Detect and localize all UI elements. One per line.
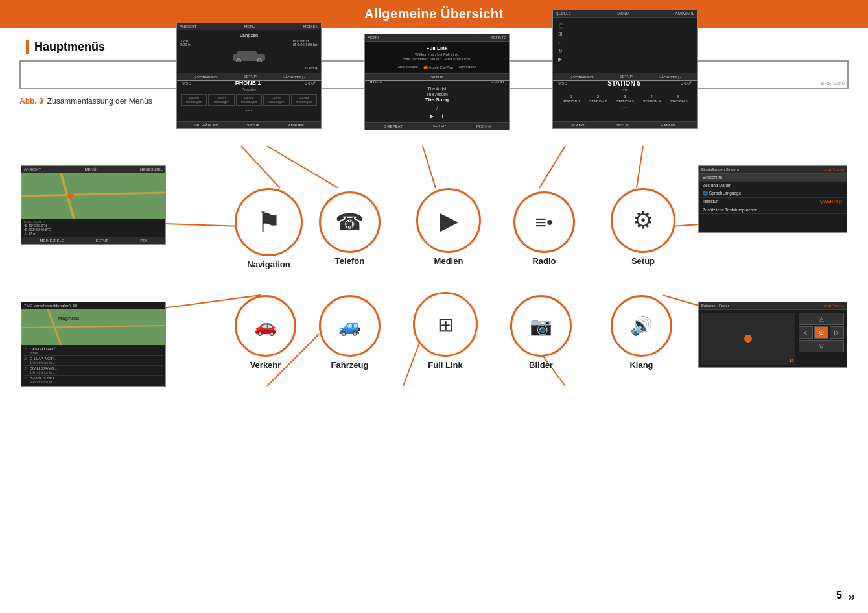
setup-row-keyboard[interactable]: Tastatur: QWERTY ▷: [699, 198, 847, 206]
phone-temp: 24.0°: [305, 81, 316, 86]
phone-btn-calls[interactable]: ANRUFE: [288, 123, 304, 127]
circle-fahrzeug[interactable]: 🚙 Fahrzeug: [319, 295, 381, 370]
header-title: Allgemeine Übersicht: [364, 6, 504, 21]
radio-label: Radio: [532, 256, 556, 266]
balance-content: D △ ◁ ⊙ ▷ ▽: [699, 310, 847, 367]
radio-btn-manual[interactable]: MANUELL: [660, 123, 678, 127]
circle-bilder[interactable]: 📷 Bilder: [510, 295, 572, 370]
nav-screen: ANSICHT MENÜ NEUES ZIEL POSITION: [21, 165, 163, 245]
balance-back[interactable]: ZURÜCK ⇐: [823, 304, 844, 308]
vehicle-btn-next[interactable]: NÄCHSTE ▷: [283, 75, 305, 79]
m2-btn-prev[interactable]: ◁ VORHERIG: [569, 75, 594, 79]
circle-verkehr[interactable]: 🚗 Verkehr: [235, 295, 296, 370]
media-note-icon: ♪: [368, 102, 506, 114]
vehicle-0km: 0 km ⊞: [180, 66, 318, 70]
vehicle-body: Langzeit 0 km 0:00 h Ø 0 km/h Ø 0.0 l/10…: [177, 30, 321, 73]
radio-btn-klang[interactable]: KLANG: [571, 123, 584, 127]
setup-label: Setup: [631, 256, 655, 266]
circle-navigation[interactable]: ⚑ Navigation: [235, 188, 303, 269]
m2-btn-setup[interactable]: SETUP: [620, 75, 633, 79]
media-btn-mix[interactable]: MIX ≻⊲: [476, 124, 491, 128]
phone-time: 9:50: [182, 81, 191, 86]
media-song: The Song: [368, 97, 506, 102]
m2-top-select: AUSWAHL: [675, 12, 694, 16]
svg-point-15: [67, 193, 74, 199]
media-artist: The Artist: [368, 85, 506, 92]
svg-point-24: [237, 60, 240, 62]
fulllink-icon: ⊞: [438, 313, 454, 336]
balance-arrows: △ ◁ ⊙ ▷ ▽: [799, 313, 844, 365]
radio-btn-setup[interactable]: SETUP: [616, 123, 629, 127]
medien-label: Medien: [434, 256, 463, 266]
nav-btn-poi[interactable]: POI: [140, 239, 147, 243]
setup-screen: Einstellungen System ZURÜCK ⇐ Bildschirm…: [698, 165, 847, 233]
vehicle-subtitle: Langzeit: [180, 33, 318, 39]
nav-top-dest: NEUES ZIEL: [140, 167, 163, 171]
phone-btn-dial[interactable]: NR. WÄHLEN: [194, 123, 218, 127]
svg-line-1: [267, 146, 338, 188]
arrow-right[interactable]: ▷: [830, 326, 844, 339]
setup-row-extra-lang[interactable]: Zusätzliche Tastatursprachen: [699, 206, 847, 214]
circle-radio[interactable]: ≡• Radio: [513, 191, 575, 266]
setup-back[interactable]: ZURÜCK ⇐: [823, 167, 844, 172]
svg-line-3: [539, 146, 565, 188]
klang-label: Klang: [629, 360, 653, 370]
nav-label: Navigation: [247, 259, 290, 269]
next-page-chevron[interactable]: »: [848, 589, 855, 604]
nav-btn-setup[interactable]: SETUP: [95, 239, 108, 243]
arrow-down[interactable]: ▽: [799, 340, 844, 352]
vehicle-btn-prev[interactable]: ◁ VORHERIG: [193, 75, 218, 79]
traffic-title: TMC Verkehrsmeldung(en): 10: [21, 302, 165, 309]
balance-d-label: D: [790, 357, 793, 363]
circle-telefon[interactable]: ☎ Telefon: [319, 191, 381, 266]
circle-klang[interactable]: 🔊 Klang: [611, 295, 672, 370]
traffic-list: ⚠CASTELLGALÍotras ⚠E-15/AP-7/GIR...1 km …: [21, 345, 165, 386]
fl-instruction: Bitte verbinden Sie ein Gerät über USB.: [369, 57, 505, 65]
nav-top-menu: MENÜ: [85, 167, 97, 171]
svg-text:Magrusa: Magrusa: [58, 315, 79, 321]
phone-favorites: Favorit hinzufügen Favorit hinzufügen Fa…: [180, 91, 318, 108]
setup-row-datetime[interactable]: Zeit und Datum: [699, 182, 847, 189]
phone-btn-setup[interactable]: SETUP: [246, 123, 259, 127]
circle-medien[interactable]: ▶ Medien: [416, 188, 481, 266]
fahr-icon: 🚙: [338, 315, 361, 337]
vehicle-time: 0:00 h: [180, 43, 191, 47]
svg-rect-21: [237, 51, 257, 56]
fl-mirror: MirrorLink: [459, 65, 476, 69]
setup-title: Einstellungen System: [701, 167, 739, 172]
traffic-screen: TMC Verkehrsmeldung(en): 10 Magrusa ⚠CAS…: [21, 302, 163, 387]
nav-btn-meineziele[interactable]: MEINE ZIELE: [40, 239, 64, 243]
m2-top-menu: MENÜ: [617, 12, 629, 16]
svg-line-0: [241, 146, 280, 188]
vehicle-stats: 0 km 0:00 h Ø 0 km/h Ø 0.0 l/100 km: [180, 39, 318, 47]
setup-row-display[interactable]: Bildschirm: [699, 174, 847, 182]
main-content-box: SMS MENÜ KONTAKTE 9:50 PHONE 1 24.0° Pro…: [19, 60, 849, 89]
m2-top-source: QUELLE: [556, 12, 571, 16]
radio-time: 9:50: [558, 81, 567, 86]
circle-setup[interactable]: ⚙ Setup: [611, 188, 675, 266]
balance-screen: Balance - Fader ZURÜCK ⇐ D △ ◁ ⊙ ▷: [698, 302, 847, 368]
arrow-center[interactable]: ⊙: [814, 326, 828, 339]
vehicle-btn-setup[interactable]: SETUP: [244, 75, 257, 79]
fl-carplay: 🍎 Apple CarPlay: [423, 65, 454, 69]
arrow-left[interactable]: ◁: [799, 326, 813, 339]
m2-btn-next[interactable]: NÄCHSTE ▷: [659, 75, 681, 79]
svg-line-2: [423, 146, 436, 188]
media-controls: ▶⏸: [368, 114, 506, 119]
verk-label: Verkehr: [250, 360, 281, 370]
setup-row-language[interactable]: 🌐 SprachLanguage: [699, 189, 847, 198]
verk-icon: 🚗: [254, 315, 277, 337]
media2-screen: QUELLE MENÜ AUSWAHL 📱 ⊞ ○ ↻ ▶ ◁ VORHERIG: [552, 10, 695, 81]
fl-top-menu: MENÜ: [368, 36, 379, 40]
fl-providers: androidauto 🍎 Apple CarPlay MirrorLink: [369, 65, 505, 69]
traffic-map: Magrusa: [21, 309, 165, 345]
arrow-up[interactable]: △: [799, 313, 844, 325]
vehicle-top-media: MEDIEN: [303, 25, 318, 29]
fahr-label: Fahrzeug: [331, 360, 369, 370]
fl-btn-setup[interactable]: SETUP: [430, 75, 443, 79]
media-btn-repeat[interactable]: ⟲ REPEAT: [383, 124, 403, 128]
nav-icon: ⚑: [257, 206, 281, 238]
circle-fulllink[interactable]: ⊞ Full Link: [413, 292, 478, 370]
fl-title: Full Link: [369, 45, 505, 53]
media-btn-setup[interactable]: SETUP: [433, 124, 446, 128]
